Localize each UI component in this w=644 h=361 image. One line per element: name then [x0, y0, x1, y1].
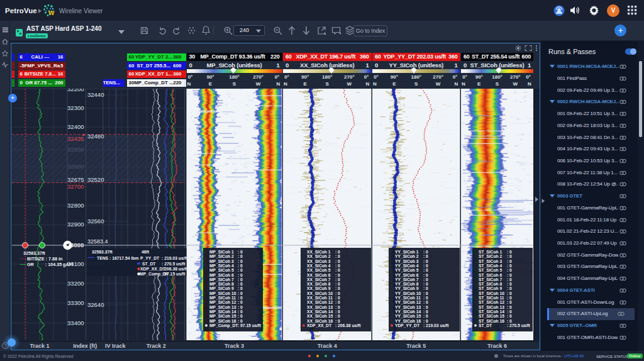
svg-text:: 0: : 0: [238, 264, 243, 268]
svg-text:ST_SICoh 8: ST_SICoh 8: [479, 282, 502, 286]
svg-text:: 0: : 0: [507, 305, 512, 309]
svg-text:: 0: : 0: [238, 273, 243, 277]
svg-text:ST_SICoh 7: ST_SICoh 7: [479, 277, 502, 282]
svg-text:MP_SICoh 10: MP_SICoh 10: [209, 291, 236, 296]
svg-text:: 0: : 0: [507, 282, 512, 286]
svg-text:XX_SICoh 14: XX_SICoh 14: [307, 309, 333, 314]
svg-text:: 0: : 0: [423, 282, 428, 286]
svg-text:MP_SICoh 9: MP_SICoh 9: [209, 286, 234, 291]
svg-text:: 0: : 0: [335, 282, 340, 286]
svg-text:ST_SICoh 10: ST_SICoh 10: [479, 291, 504, 296]
svg-text:YY_SICoh 5: YY_SICoh 5: [395, 268, 419, 272]
svg-text:: 0: : 0: [335, 319, 340, 323]
svg-text:: 0: : 0: [507, 296, 512, 300]
svg-text:32600: 32600: [67, 163, 84, 170]
svg-text:: 0: : 0: [423, 286, 428, 291]
svg-text:32560: 32560: [87, 218, 104, 225]
svg-text:33300: 33300: [67, 299, 84, 306]
svg-text:MP_SICoh 2: MP_SICoh 2: [209, 254, 234, 258]
svg-text:MP_SICoh 11: MP_SICoh 11: [209, 296, 236, 300]
svg-text:YY_SICoh 1: YY_SICoh 1: [395, 250, 419, 254]
svg-text:: 0: : 0: [507, 273, 512, 277]
svg-text:YY_SICoh 13: YY_SICoh 13: [395, 305, 421, 309]
svg-text:: 0: : 0: [507, 309, 512, 314]
svg-text:: 0: : 0: [238, 250, 243, 254]
svg-text:: 0: : 0: [335, 296, 340, 300]
svg-text:: 0: : 0: [238, 268, 243, 272]
svg-text:YY_SICoh 2: YY_SICoh 2: [395, 254, 419, 258]
svg-text:ST_SICoh 2: ST_SICoh 2: [479, 254, 502, 258]
svg-text:: 0: : 0: [423, 264, 428, 268]
svg-text:: 0: : 0: [335, 250, 340, 254]
svg-text:: 0: : 0: [423, 277, 428, 282]
svg-text:: 0: : 0: [238, 277, 243, 282]
svg-text:: 0: : 0: [507, 300, 512, 304]
svg-text:: 0: : 0: [335, 309, 340, 314]
svg-text:ST_SICoh 4: ST_SICoh 4: [479, 264, 502, 268]
svg-text:: 0: : 0: [507, 250, 512, 254]
svg-text:: 0: : 0: [423, 296, 428, 300]
svg-text:XX_SICoh 2: XX_SICoh 2: [307, 254, 331, 258]
svg-text:XX_SICoh 15: XX_SICoh 15: [307, 314, 333, 318]
svg-text:: 0: : 0: [335, 264, 340, 268]
svg-text:: 0: : 0: [335, 286, 340, 291]
svg-text:YY_SICoh 10: YY_SICoh 10: [395, 291, 421, 296]
svg-text:ST_SICoh 16: ST_SICoh 16: [479, 319, 504, 323]
svg-text:MP_SICoh 16: MP_SICoh 16: [209, 319, 236, 323]
svg-text:: 0: : 0: [423, 314, 428, 318]
svg-text:: 0: : 0: [423, 305, 428, 309]
svg-text:: 0: : 0: [335, 259, 340, 264]
svg-text:: 0: : 0: [238, 286, 243, 291]
svg-text:XX_SICoh 12: XX_SICoh 12: [307, 300, 333, 304]
svg-text:XX_SICoh 8: XX_SICoh 8: [307, 282, 331, 286]
svg-text:XX_SICoh 9: XX_SICoh 9: [307, 286, 331, 291]
svg-text:YY_SICoh 3: YY_SICoh 3: [395, 259, 419, 264]
svg-text:: 0: : 0: [238, 314, 243, 318]
svg-text:32480: 32480: [87, 133, 104, 140]
svg-text:32583.37ft: 32583.37ft: [92, 250, 113, 254]
svg-text:: 0: : 0: [238, 254, 243, 258]
svg-text:: 206.38 us/ft: : 206.38 us/ft: [335, 323, 361, 328]
svg-text:32583.37ft: 32583.37ft: [23, 250, 45, 256]
svg-text:w: w: [48, 8, 55, 17]
svg-text:?: ?: [4, 343, 7, 348]
svg-text:32583.4: 32583.4: [87, 238, 108, 245]
svg-text:YY_SICoh 6: YY_SICoh 6: [395, 273, 419, 277]
svg-text:XX_SICoh 5: XX_SICoh 5: [307, 268, 331, 272]
svg-text:: 0: : 0: [238, 282, 243, 286]
svg-text:ST_DT: ST_DT: [142, 262, 156, 266]
svg-text:MP_SICoh 3: MP_SICoh 3: [209, 259, 234, 264]
svg-text:YY_SICoh 9: YY_SICoh 9: [395, 286, 419, 291]
svg-text:: 0: : 0: [238, 296, 243, 300]
svg-text:: 270.5 us/ft: : 270.5 us/ft: [162, 262, 186, 266]
svg-text:: 0: : 0: [423, 300, 428, 304]
svg-text:32440: 32440: [87, 91, 104, 98]
svg-text:: 0: : 0: [335, 291, 340, 296]
svg-text:46ft: 46ft: [142, 250, 150, 254]
svg-text:ST_SICoh 6: ST_SICoh 6: [479, 273, 502, 277]
svg-text:ST_SICoh 15: ST_SICoh 15: [479, 314, 504, 318]
svg-text:MP_SICoh 14: MP_SICoh 14: [209, 309, 236, 314]
svg-text:: 219.03 us/ft: : 219.03 us/ft: [162, 256, 188, 260]
svg-text:: 0: : 0: [423, 291, 428, 296]
svg-text:: 0: : 0: [423, 254, 428, 258]
svg-text:: 270.5 us/ft: : 270.5 us/ft: [507, 323, 531, 328]
svg-text:XX_SICoh 1: XX_SICoh 1: [307, 250, 331, 254]
svg-text:: 0: : 0: [423, 273, 428, 277]
svg-text:BITSIZE : 7.88 in: BITSIZE : 7.88 in: [27, 256, 62, 262]
svg-text:ST_SICoh 1: ST_SICoh 1: [479, 250, 502, 254]
svg-text:ST_SICoh 12: ST_SICoh 12: [479, 300, 504, 304]
svg-text:P_YY_DT: P_YY_DT: [140, 256, 160, 260]
svg-text:MP_SICoh 7: MP_SICoh 7: [209, 277, 234, 282]
svg-text:32675: 32675: [67, 176, 84, 183]
svg-text:MP_SICoh 8: MP_SICoh 8: [209, 282, 234, 286]
svg-text:MP_SICoh 12: MP_SICoh 12: [209, 300, 236, 304]
svg-text:XX_SICoh 13: XX_SICoh 13: [307, 305, 333, 309]
svg-text:32800: 32800: [67, 202, 84, 209]
svg-text:MP_SICoh 1: MP_SICoh 1: [209, 250, 234, 254]
svg-text:: 0: : 0: [335, 273, 340, 277]
svg-text:YY_SICoh 16: YY_SICoh 16: [395, 319, 421, 323]
svg-text:XX_SICoh 3: XX_SICoh 3: [307, 259, 331, 264]
svg-text:: 0: : 0: [507, 277, 512, 282]
svg-text:: 0: : 0: [335, 305, 340, 309]
